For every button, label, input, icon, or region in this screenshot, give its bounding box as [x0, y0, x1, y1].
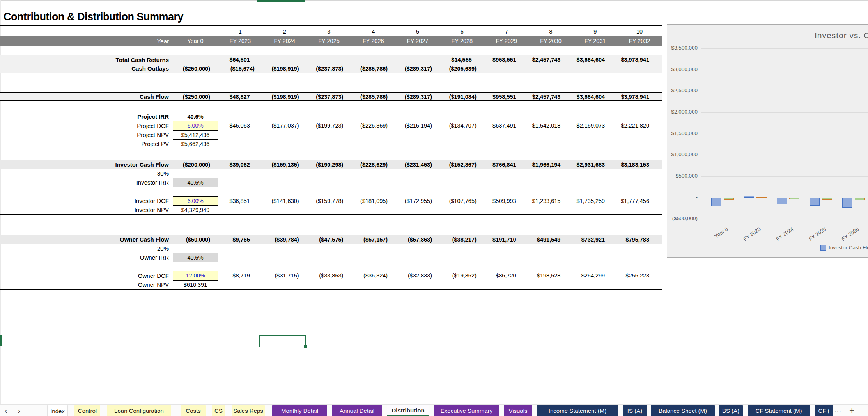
table-row-projpv[interactable]: Project PV$5,662,436	[0, 139, 662, 148]
sheet-tab-bs-a[interactable]: BS (A)	[719, 405, 743, 416]
cashflow-value-1[interactable]: $48,827	[218, 93, 262, 100]
selected-cell[interactable]	[259, 335, 306, 347]
table-row-invdcf[interactable]: Investor DCF6.00%$36,851($141,630)($159,…	[0, 196, 662, 205]
projdcf-value-9[interactable]: $2,169,073	[573, 121, 617, 130]
period-number-7[interactable]: 7	[484, 27, 529, 36]
ownirr-label[interactable]: Owner IRR	[0, 253, 173, 262]
ownnpv-year0[interactable]: $610,391	[173, 280, 218, 289]
fy-header-7[interactable]: FY 2029	[484, 36, 529, 46]
invdcf-year0-input[interactable]: 6.00%	[173, 196, 218, 205]
sheet-tab-cs[interactable]: CS	[212, 405, 225, 416]
spacer[interactable]	[173, 27, 218, 36]
invcf-value-3[interactable]: ($190,298)	[307, 160, 351, 169]
invdcf-value-10[interactable]: $1,777,456	[617, 196, 662, 205]
sheet-tab-costs[interactable]: Costs	[181, 405, 206, 416]
sheet-tab-visuals[interactable]: Visuals	[504, 405, 532, 416]
total-value-1[interactable]: $64,501	[218, 55, 262, 64]
owncf-value-3[interactable]: ($47,575)	[307, 235, 351, 244]
sheet-tab-sales-reps[interactable]: Sales Reps	[232, 405, 265, 416]
table-row-projnpv[interactable]: Project NPV$5,412,436	[0, 130, 662, 139]
table-row-header[interactable]: YearYear 0FY 2023FY 2024FY 2025FY 2026FY…	[0, 36, 662, 46]
invdcf-value-4[interactable]: ($181,095)	[351, 196, 395, 205]
sheet-tab-executive-summary[interactable]: Executive Summary	[434, 405, 499, 416]
owndcf-value-9[interactable]: $264,299	[573, 271, 617, 280]
sheet-tab-distribution[interactable]: Distribution	[387, 405, 429, 416]
owndcf-value-8[interactable]: $198,528	[529, 271, 573, 280]
owndcf-value-10[interactable]: $256,223	[617, 271, 662, 280]
projnpv-label[interactable]: Project NPV	[0, 130, 173, 139]
projdcf-value-4[interactable]: ($226,369)	[351, 121, 395, 130]
outlays-year0[interactable]: ($250,000)	[173, 64, 218, 73]
cashflow-value-5[interactable]: ($289,317)	[395, 93, 440, 100]
ownnpv-label[interactable]: Owner NPV	[0, 280, 173, 289]
table-row-own20[interactable]: 20%	[0, 244, 662, 253]
projdcf-value-7[interactable]: $637,491	[484, 121, 529, 130]
projdcf-label[interactable]: Project DCF	[0, 121, 173, 130]
projdcf-value-1[interactable]: $46,063	[218, 121, 262, 130]
period-number-6[interactable]: 6	[440, 27, 484, 36]
invcf-value-1[interactable]: $39,062	[218, 160, 262, 169]
sheet-tab-cf[interactable]: CF (	[815, 405, 833, 416]
projnpv-year0[interactable]: $5,412,436	[173, 130, 218, 139]
period-number-8[interactable]: 8	[529, 27, 573, 36]
sheet-tab-is-a[interactable]: IS (A)	[623, 405, 647, 416]
owndcf-value-3[interactable]: ($33,863)	[307, 271, 351, 280]
owncf-year0[interactable]: ($50,000)	[173, 235, 218, 244]
sheet-tab-loan-configuration[interactable]: Loan Configuration	[107, 405, 171, 416]
more-sheets-button[interactable]: ⋯	[834, 405, 841, 416]
cashflow-value-9[interactable]: $3,664,604	[573, 93, 617, 100]
year-header[interactable]: Year	[0, 36, 173, 46]
owncf-value-8[interactable]: $491,549	[529, 235, 573, 244]
fy-header-9[interactable]: FY 2031	[573, 36, 617, 46]
table-row-invirr[interactable]: Investor IRR40.6%	[0, 178, 662, 187]
period-number-9[interactable]: 9	[573, 27, 617, 36]
total-value-4[interactable]: -	[351, 55, 395, 64]
outlays-value-8[interactable]: -	[529, 64, 573, 73]
period-number-10[interactable]: 10	[617, 27, 662, 36]
outlays-value-4[interactable]: ($285,786)	[351, 64, 395, 73]
invirr-year0[interactable]: 40.6%	[173, 178, 218, 187]
cashflow-value-4[interactable]: ($285,786)	[351, 93, 395, 100]
invcf-value-6[interactable]: ($152,867)	[440, 160, 484, 169]
year0-header[interactable]: Year 0	[173, 36, 218, 46]
projdcf-value-8[interactable]: $1,542,018	[529, 121, 573, 130]
outlays-value-6[interactable]: ($205,639)	[440, 64, 484, 73]
projdcf-value-3[interactable]: ($199,723)	[307, 121, 351, 130]
projdcf-value-10[interactable]: $2,221,820	[617, 121, 662, 130]
cashflow-year0[interactable]: ($250,000)	[173, 93, 218, 100]
invnpv-year0[interactable]: $4,329,949	[173, 205, 218, 214]
owndcf-value-6[interactable]: ($19,362)	[440, 271, 484, 280]
fy-header-8[interactable]: FY 2030	[529, 36, 573, 46]
table-row-outlays[interactable]: Cash Outlays($250,000)($15,674)($198,919…	[0, 64, 662, 73]
outlays-value-9[interactable]: -	[573, 64, 617, 73]
owncf-label[interactable]: Owner Cash Flow	[0, 235, 173, 244]
table-row-projirr[interactable]: Project IRR40.6%	[0, 112, 662, 121]
sheet-tab-monthly-detail[interactable]: Monthly Detail	[272, 405, 327, 416]
invcf-value-5[interactable]: ($231,453)	[395, 160, 440, 169]
projdcf-value-2[interactable]: ($177,037)	[262, 121, 307, 130]
table-row-owndcf[interactable]: Owner DCF12.00%$8,719($31,715)($33,863)(…	[0, 271, 662, 280]
total-year0[interactable]	[173, 55, 218, 64]
outlays-value-5[interactable]: ($289,317)	[395, 64, 440, 73]
cashflow-value-8[interactable]: $2,457,743	[529, 93, 573, 100]
owncf-value-9[interactable]: $732,921	[573, 235, 617, 244]
total-value-2[interactable]: -	[262, 55, 307, 64]
sheet-tab-cf-statement-m[interactable]: CF Statement (M)	[748, 405, 810, 416]
fill-handle[interactable]	[304, 345, 307, 348]
fy-header-6[interactable]: FY 2028	[440, 36, 484, 46]
invcf-value-2[interactable]: ($159,135)	[262, 160, 307, 169]
invdcf-value-7[interactable]: $509,993	[484, 196, 529, 205]
period-number-2[interactable]: 2	[262, 27, 307, 36]
cashflow-value-10[interactable]: $3,978,941	[617, 93, 662, 100]
table-row-projdcf[interactable]: Project DCF6.00%$46,063($177,037)($199,7…	[0, 121, 662, 130]
period-number-3[interactable]: 3	[307, 27, 351, 36]
sheet-tab-annual-detail[interactable]: Annual Detail	[332, 405, 382, 416]
prev-sheet-button[interactable]: ‹	[1, 405, 11, 416]
period-number-1[interactable]: 1	[218, 27, 262, 36]
sheet-tab-balance-sheet-m[interactable]: Balance Sheet (M)	[651, 405, 715, 416]
table-row-owncf[interactable]: Owner Cash Flow($50,000)$9,765($39,784)(…	[0, 235, 662, 244]
invdcf-value-6[interactable]: ($107,765)	[440, 196, 484, 205]
projirr-year0[interactable]: 40.6%	[173, 112, 218, 121]
own20-year0[interactable]	[173, 244, 218, 253]
projpv-year0[interactable]: $5,662,436	[173, 139, 218, 148]
